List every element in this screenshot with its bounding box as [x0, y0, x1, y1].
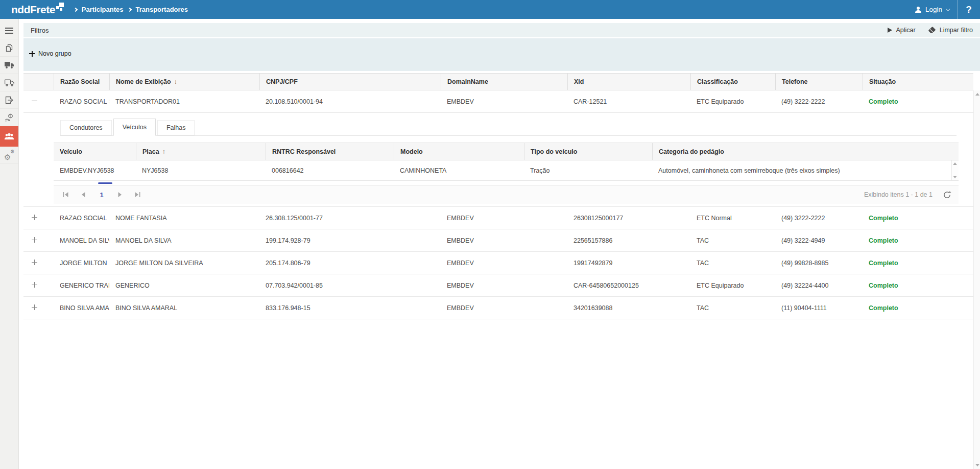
refresh-icon — [943, 191, 951, 199]
header-expand — [23, 74, 54, 90]
help-button[interactable]: ? — [958, 0, 980, 19]
scroll-up-icon[interactable] — [953, 162, 957, 165]
cell-telefone: (49) 3222-4949 — [775, 237, 863, 244]
new-group-label: Novo grupo — [38, 50, 71, 57]
subheader-modelo[interactable]: Modelo — [394, 143, 524, 160]
cell-nome-exibicao: GENERICO — [109, 282, 259, 289]
clear-filter-button[interactable]: Limpar filtro — [928, 27, 973, 34]
previous-page-button[interactable] — [78, 190, 88, 200]
sidebar-item-truck[interactable] — [0, 57, 18, 74]
subgrid-scrollbar[interactable] — [951, 160, 959, 181]
expand-row-icon[interactable] — [32, 237, 37, 243]
cell-cnpj-cpf: 199.174.928-79 — [259, 237, 441, 244]
page-number[interactable]: 1 — [95, 191, 108, 199]
transporters-grid: Razão Social Nome de Exibição CNPJ/CPF D… — [23, 73, 973, 319]
table-row[interactable]: RAZAO SOCIAL NOME FANTASIA 26.308.125/00… — [23, 207, 973, 229]
first-page-button[interactable] — [61, 190, 71, 200]
header-classificacao[interactable]: Classificação — [690, 74, 775, 90]
expand-row-icon[interactable] — [32, 215, 37, 220]
table-row[interactable]: JORGE MILTON ... JORGE MILTON DA SILVEIR… — [23, 252, 973, 274]
status-badge: Completo — [863, 304, 973, 312]
collapse-row-icon[interactable] — [32, 98, 37, 104]
subheader-rntrc[interactable]: RNTRC Responsável — [266, 143, 394, 160]
expand-row-icon[interactable] — [32, 304, 37, 310]
play-icon — [888, 28, 892, 33]
scroll-up-icon[interactable] — [975, 93, 979, 96]
expand-row-icon[interactable] — [32, 260, 37, 265]
sidebar-item-menu[interactable] — [0, 22, 18, 39]
table-row[interactable]: GENERICO TRAN... GENERICO 07.703.942/000… — [23, 274, 973, 297]
table-row[interactable]: BINO SILVA AMA... BINO SILVA AMARAL 833.… — [23, 297, 973, 319]
table-row[interactable]: RAZAO SOCIAL S... TRANSPORTADOR01 20.108… — [23, 90, 973, 113]
cell-xid: 34201639088 — [567, 304, 690, 312]
cell-cnpj-cpf: 07.703.942/0001-85 — [259, 282, 441, 289]
cell-razao-social: BINO SILVA AMA... — [54, 304, 109, 312]
status-badge: Completo — [863, 98, 973, 105]
next-page-icon — [117, 192, 123, 198]
scroll-down-icon[interactable] — [953, 176, 957, 178]
subheader-tipo-veiculo[interactable]: Tipo do veículo — [524, 143, 652, 160]
cell-xid: 22565157886 — [567, 237, 690, 244]
cell-cnpj-cpf: 205.174.806-79 — [259, 260, 441, 267]
main-scrollbar[interactable] — [973, 90, 980, 469]
subgrid-horizontal-scrollbar-thumb[interactable] — [98, 182, 112, 184]
sidebar-item-payment[interactable] — [0, 109, 18, 126]
new-group-button[interactable]: Novo grupo — [29, 50, 71, 57]
breadcrumb-transportadores[interactable]: Transportadores — [136, 6, 188, 13]
logo-squares-icon — [56, 3, 64, 11]
sidebar — [0, 19, 19, 469]
cell-telefone: (49) 32224-4400 — [775, 282, 863, 289]
sort-desc-icon — [174, 78, 177, 85]
sidebar-item-participants[interactable] — [0, 126, 18, 147]
tab-condutores[interactable]: Condutores — [60, 120, 112, 135]
refresh-button[interactable] — [943, 191, 951, 199]
filter-bar: Filtros Aplicar Limpar filtro — [23, 23, 980, 37]
cell-nome-exibicao: MANOEL DA SILVA — [109, 237, 259, 244]
header-situacao[interactable]: Situação — [863, 74, 973, 90]
table-row[interactable]: MANOEL DA SILVA MANOEL DA SILVA 199.174.… — [23, 229, 973, 252]
next-page-button[interactable] — [115, 190, 125, 200]
subheader-veiculo[interactable]: Veículo — [54, 143, 136, 160]
last-page-icon — [134, 192, 141, 198]
cell-xid: 19917492879 — [567, 260, 690, 267]
cell-domainname: EMBDEV — [441, 215, 567, 222]
header-cnpj-cpf[interactable]: CNPJ/CPF — [259, 74, 441, 90]
status-badge: Completo — [863, 260, 973, 267]
subgrid-pager: 1 Exibindo itens 1 - 1 de 1 — [54, 185, 959, 204]
app-logo[interactable]: nddFrete — [11, 4, 64, 16]
header-domainname[interactable]: DomainName — [441, 74, 567, 90]
header-razao-social[interactable]: Razão Social — [54, 74, 109, 90]
scroll-down-icon[interactable] — [975, 464, 979, 466]
subcell-placa: NYJ6538 — [136, 167, 266, 174]
tab-veiculos[interactable]: Veículos — [113, 119, 156, 136]
cell-xid: CAR-64580652000125 — [567, 282, 690, 289]
tab-falhas[interactable]: Falhas — [157, 120, 195, 135]
user-icon — [915, 6, 922, 13]
header-nome-exibicao[interactable]: Nome de Exibição — [109, 74, 259, 90]
subheader-categoria-pedagio[interactable]: Categoria do pedágio — [652, 143, 959, 160]
apply-filter-button[interactable]: Aplicar — [888, 27, 915, 34]
expand-row-icon[interactable] — [32, 282, 37, 288]
status-badge: Completo — [863, 237, 973, 244]
last-page-button[interactable] — [132, 190, 142, 200]
group-panel: Novo grupo — [23, 38, 980, 71]
subgrid-row[interactable]: EMBDEV.NYJ6538 NYJ6538 006816642 CAMINHO… — [54, 160, 951, 181]
cell-telefone: (49) 3222-2222 — [775, 215, 863, 222]
header-telefone[interactable]: Telefone — [775, 74, 863, 90]
documents-icon — [5, 44, 13, 52]
cell-xid: 26308125000177 — [567, 215, 690, 222]
sidebar-item-settings[interactable] — [0, 147, 18, 164]
cell-classificacao: TAC — [690, 304, 775, 312]
breadcrumb-participantes[interactable]: Participantes — [82, 6, 124, 13]
sidebar-item-export[interactable] — [0, 91, 18, 109]
previous-page-icon — [81, 192, 86, 198]
sidebar-item-documents[interactable] — [0, 39, 18, 57]
cell-classificacao: ETC Equiparado — [690, 282, 775, 289]
header-xid[interactable]: Xid — [567, 74, 690, 90]
login-menu[interactable]: Login — [906, 0, 957, 19]
plus-icon — [29, 51, 35, 57]
sidebar-item-truck-outline[interactable] — [0, 74, 18, 91]
subheader-placa[interactable]: Placa — [136, 143, 266, 160]
app-logo-text: nddFrete — [11, 4, 55, 16]
cell-domainname: EMBDEV — [441, 98, 567, 105]
